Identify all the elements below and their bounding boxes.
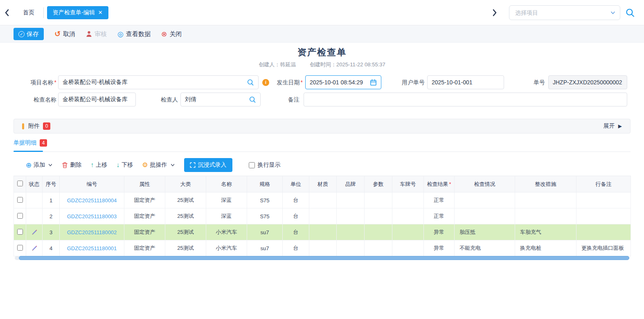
immersive-entry-button[interactable]: 沉浸式录入 [184,158,232,172]
cell-code[interactable]: GDZC202511180003 [60,208,124,224]
table-row[interactable]: 4GDZC202511180001固定资产25测试小米汽车su7台异常不能充电换… [14,240,631,256]
row-select-cell[interactable] [14,240,26,256]
calendar-icon[interactable] [370,79,377,86]
project-select-input[interactable] [515,9,610,16]
asset-code-link[interactable]: GDZC202511180003 [67,213,117,219]
scrollbar-thumb[interactable] [19,256,629,260]
row-status-edit-icon [26,240,43,256]
field-search-icon[interactable] [247,79,254,86]
tab-asset-inspection-edit[interactable]: 资产检查单-编辑 ✕ [47,6,108,19]
row-checkbox[interactable] [17,213,23,219]
asset-inspection-page: 首页 资产检查单-编辑 ✕ ✓ 保存 ↺ 取消 [0,0,644,319]
detail-tab-bar: 单据明细 4 [14,139,630,152]
chevron-down-icon[interactable] [610,10,616,16]
close-tab-icon[interactable]: ✕ [98,9,103,16]
asset-code-link[interactable]: GDZC202511180001 [67,245,117,251]
wrap-display-checkbox[interactable] [249,162,255,168]
row-select-cell[interactable] [14,192,26,208]
check-name-field[interactable] [58,93,136,106]
tab-detail[interactable]: 单据明细 4 [14,139,47,147]
created-time-value: 2025-11-22 08:55:37 [336,61,385,68]
cell-unit: 台 [283,224,309,240]
save-button[interactable]: ✓ 保存 [14,28,44,40]
gear-icon: ⚙ [142,162,148,168]
add-row-button[interactable]: ⊕ 添加 [26,161,53,169]
cell-name: 小米汽车 [206,240,247,256]
select-all-cell[interactable] [14,176,26,192]
action-toolbar: ✓ 保存 ↺ 取消 审核 ◎ 查看数据 ⊗ 关闭 [0,26,644,43]
select-all-checkbox[interactable] [17,181,23,186]
column-header: 规格 [247,176,283,192]
cell-situation: 不能充电 [455,240,515,256]
cell-code[interactable]: GDZC202511180004 [60,192,124,208]
cell-param [365,224,392,240]
row-checkbox[interactable] [17,229,23,235]
attachment-section-bar[interactable]: 附件 0 展开 ▶ [14,119,630,133]
cell-param [365,240,392,256]
cell-material [309,192,337,208]
cell-brand [337,192,365,208]
project-name-field[interactable] [58,75,259,89]
project-select[interactable] [509,5,620,20]
cell-result: 异常 [424,240,455,256]
cell-plate [392,240,424,256]
field-search-icon[interactable] [249,96,256,103]
info-icon[interactable]: i [262,79,269,86]
checker-field[interactable] [180,93,261,106]
expand-button[interactable]: 展开 ▶ [603,122,622,130]
row-select-cell[interactable] [14,224,26,240]
row-select-cell[interactable] [14,208,26,224]
cell-category: 25测试 [165,192,206,208]
close-circle-icon: ⊗ [161,31,167,38]
cell-brand [337,208,365,224]
remark-label: 备注 [271,93,299,106]
horizontal-scrollbar[interactable] [15,256,629,260]
cell-category: 25测试 [165,240,206,256]
project-name-label: 项目名称 [8,75,56,89]
detail-count-badge: 4 [40,139,47,147]
row-checkbox[interactable] [17,245,23,251]
move-up-button[interactable]: ↑ 上移 [90,161,107,169]
cell-unit: 台 [283,240,309,256]
table-row[interactable]: 2GDZC202511180003固定资产25测试深蓝S75台正常 [14,208,631,224]
asset-code-link[interactable]: GDZC202511180004 [67,197,117,204]
remark-input[interactable] [308,96,623,103]
column-header: 材质 [309,176,337,192]
tabs-scroll-right-icon[interactable] [488,9,502,16]
close-button[interactable]: ⊗ 关闭 [161,30,182,38]
table-row[interactable]: 3GDZC202511180002固定资产25测试小米汽车su7台异常胎压抵车胎… [14,224,631,240]
tabs-scroll-left-icon[interactable] [0,9,14,16]
project-name-input[interactable] [63,79,247,86]
occur-date-input[interactable] [310,79,370,86]
table-row[interactable]: 1GDZC202511180004固定资产25测试深蓝S75台正常 [14,192,631,208]
column-header: 名称 [206,176,247,192]
batch-ops-button[interactable]: ⚙ 批操作 [142,161,175,169]
cell-situation [455,208,515,224]
attachment-label: 附件 [28,122,40,130]
user-order-no-field[interactable] [427,75,504,89]
tab-home[interactable]: 首页 [14,9,43,16]
move-down-button[interactable]: ↓ 下移 [116,161,133,169]
search-icon[interactable] [625,8,635,18]
delete-row-button[interactable]: 删除 [62,161,81,169]
wrap-display-toggle[interactable]: 换行显示 [249,161,281,169]
cell-seq: 1 [43,192,60,208]
check-name-input[interactable] [63,96,131,103]
view-data-button[interactable]: ◎ 查看数据 [117,30,151,38]
cell-seq: 2 [43,208,60,224]
checker-input[interactable] [185,96,249,103]
occur-date-field[interactable] [305,75,381,89]
remark-field[interactable] [304,93,627,106]
row-checkbox[interactable] [17,197,23,203]
cell-code[interactable]: GDZC202511180002 [60,224,124,240]
cell-spec: su7 [247,224,283,240]
cancel-button[interactable]: ↺ 取消 [54,30,75,38]
cell-attr: 固定资产 [124,208,165,224]
doc-meta: 创建人：韩延温 创建时间：2025-11-22 08:55:37 [0,61,644,68]
user-order-no-input[interactable] [432,79,500,86]
table-header-row: 状态序号编号属性大类名称规格单位材质品牌参数车牌号检查结果检查情况整改措施行备注 [14,176,631,192]
cell-code[interactable]: GDZC202511180001 [60,240,124,256]
occur-date-label: 发生日期 [273,75,303,89]
cell-spec: S75 [247,208,283,224]
asset-code-link[interactable]: GDZC202511180002 [67,229,117,235]
